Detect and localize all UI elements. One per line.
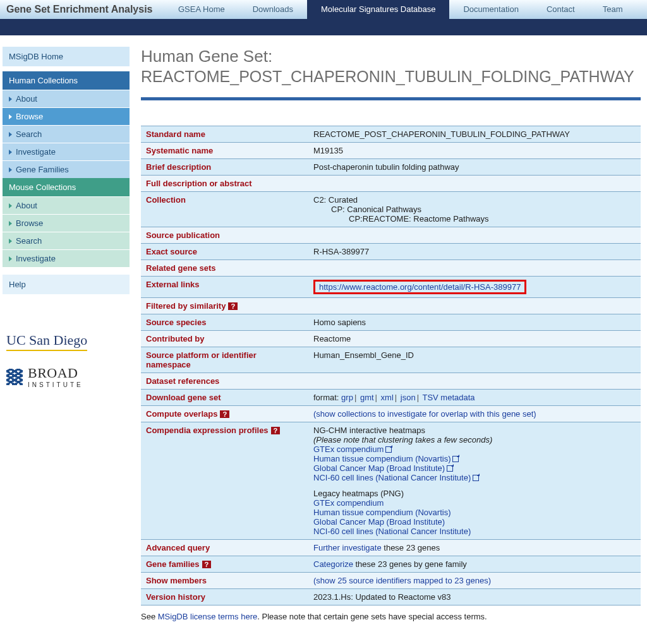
label: Contributed by [141, 331, 308, 347]
tab-documentation[interactable]: Documentation [449, 0, 532, 19]
compendia-link[interactable]: GTEx compendium [313, 444, 384, 454]
sidebar-help[interactable]: Help [3, 275, 130, 294]
sidebar-item-browse-human[interactable]: Browse [3, 107, 130, 125]
label: Compute overlaps? [141, 406, 308, 422]
value: https://www.reactome.org/content/detail/… [308, 277, 641, 298]
row-external-links: External links https://www.reactome.org/… [141, 277, 641, 298]
sidebar-home[interactable]: MSigDB Home [3, 47, 130, 66]
sidebar-item-search-human[interactable]: Search [3, 125, 130, 143]
help-icon[interactable]: ? [271, 427, 281, 434]
value: M19135 [308, 143, 641, 159]
value: REACTOME_POST_CHAPERONIN_TUBULIN_FOLDING… [308, 126, 641, 143]
label: Filtered by similarity? [141, 298, 308, 314]
value: NG-CHM interactive heatmaps (Please note… [308, 422, 641, 540]
external-link[interactable]: https://www.reactome.org/content/detail/… [319, 282, 521, 292]
sidebar-item-investigate-human[interactable]: Investigate [3, 143, 130, 160]
ngchm-title: NG-CHM interactive heatmaps [313, 426, 636, 435]
download-tsv[interactable]: TSV metadata [422, 393, 475, 402]
sidebar-item-gene-families[interactable]: Gene Families [3, 160, 130, 178]
help-icon[interactable]: ? [202, 561, 212, 568]
value: (show collections to investigate for ove… [308, 406, 641, 422]
row-advanced-query: Advanced query Further investigate these… [141, 540, 641, 556]
page-title: REACTOME_POST_CHAPERONIN_TUBULIN_FOLDING… [141, 68, 641, 86]
compute-overlaps-link[interactable]: (show collections to investigate for ove… [313, 409, 536, 419]
external-link-icon [385, 446, 392, 453]
value: Post-chaperonin tubulin folding pathway [308, 159, 641, 176]
footnote-suffix: . Please note that certain gene sets hav… [257, 612, 487, 621]
help-icon[interactable]: ? [220, 410, 229, 418]
label: Version history [141, 589, 308, 605]
row-related-gene-sets: Related gene sets [141, 260, 641, 277]
page-kicker: Human Gene Set: [141, 47, 641, 66]
site-logo: Gene Set Enrichment Analysis [0, 0, 164, 19]
value: Homo sapiens [308, 314, 641, 331]
row-systematic-name: Systematic nameM19135 [141, 143, 641, 159]
compendia-legacy-link[interactable]: Human tissue compendium (Novartis) [313, 508, 450, 517]
gene-families-suffix: these 23 genes by gene family [353, 559, 467, 569]
external-link-icon [473, 475, 479, 481]
row-show-members: Show members (show 25 source identifiers… [141, 573, 641, 589]
license-link[interactable]: MSigDB license terms here [158, 612, 258, 621]
compendia-link[interactable]: Human tissue compendium (Novartis) [313, 454, 450, 463]
compendia-legacy-link[interactable]: Global Cancer Map (Broad Institute) [313, 517, 445, 527]
sidebar-item-label: About [16, 94, 37, 104]
value [308, 260, 641, 277]
sidebar-item-label: Investigate [16, 147, 56, 157]
label: Systematic name [141, 143, 308, 159]
compendia-legacy-link[interactable]: NCI-60 cell lines (National Cancer Insti… [313, 527, 471, 536]
row-download: Download gene set format: grp| gmt| xml|… [141, 390, 641, 406]
tab-msigdb[interactable]: Molecular Signatures Database [307, 0, 449, 19]
chevron-right-icon [9, 167, 12, 172]
compendia-link[interactable]: Global Cancer Map (Broad Institute) [313, 463, 445, 473]
download-json[interactable]: json [401, 393, 416, 402]
sidebar-item-browse-mouse[interactable]: Browse [3, 214, 130, 232]
sidebar-item-about-human[interactable]: About [3, 90, 130, 107]
label: Related gene sets [141, 260, 308, 277]
sidebar: MSigDB Home Human Collections About Brow… [0, 47, 130, 640]
chevron-right-icon [9, 221, 12, 226]
collection-l1: C2: Curated [313, 195, 636, 205]
label: External links [141, 277, 308, 298]
sidebar-item-label: About [16, 201, 37, 210]
label: Dataset references [141, 373, 308, 390]
row-version-history: Version history2023.1.Hs: Updated to Rea… [141, 589, 641, 605]
tab-downloads[interactable]: Downloads [239, 0, 307, 19]
chevron-right-icon [9, 239, 12, 244]
chevron-right-icon [9, 132, 12, 137]
download-gmt[interactable]: gmt [360, 393, 374, 402]
sidebar-item-label: Investigate [16, 254, 56, 263]
chevron-right-icon [9, 114, 12, 119]
external-link-icon [447, 465, 453, 472]
value: Further investigate these 23 genes [308, 540, 641, 556]
sidebar-item-search-mouse[interactable]: Search [3, 232, 130, 249]
label: Collection [141, 192, 308, 227]
help-icon[interactable]: ? [228, 302, 238, 310]
label: Advanced query [141, 540, 308, 556]
title-rule [141, 97, 641, 100]
gene-families-link[interactable]: Categorize [313, 559, 353, 569]
label: Brief description [141, 159, 308, 176]
row-compendia: Compendia expression profiles? NG-CHM in… [141, 422, 641, 540]
download-xml[interactable]: xml [381, 393, 394, 402]
tab-contact[interactable]: Contact [533, 0, 589, 19]
details-table: Standard nameREACTOME_POST_CHAPERONIN_TU… [141, 126, 641, 605]
main-content: Human Gene Set: REACTOME_POST_CHAPERONIN… [130, 47, 647, 640]
download-grp[interactable]: grp [341, 393, 353, 402]
chevron-right-icon [9, 256, 12, 261]
label: Source species [141, 314, 308, 331]
compendia-link[interactable]: NCI-60 cell lines (National Cancer Insti… [313, 473, 471, 482]
tab-team[interactable]: Team [589, 0, 637, 19]
sidebar-item-label: Browse [16, 112, 43, 121]
sidebar-item-about-mouse[interactable]: About [3, 196, 130, 214]
value: Human_Ensembl_Gene_ID [308, 347, 641, 373]
compendia-legacy-link[interactable]: GTEx compendium [313, 498, 384, 508]
tab-gsea-home[interactable]: GSEA Home [164, 0, 239, 19]
collection-l2: CP: Canonical Pathways [313, 205, 636, 214]
sidebar-item-investigate-mouse[interactable]: Investigate [3, 249, 130, 267]
sidebar-header-human: Human Collections [3, 71, 130, 90]
external-link-highlight: https://www.reactome.org/content/detail/… [313, 280, 526, 294]
advanced-query-link[interactable]: Further investigate [313, 543, 382, 552]
external-link-icon [452, 456, 459, 462]
show-members-link[interactable]: (show 25 source identifiers mapped to 23… [313, 576, 491, 585]
row-source-publication: Source publication [141, 227, 641, 244]
